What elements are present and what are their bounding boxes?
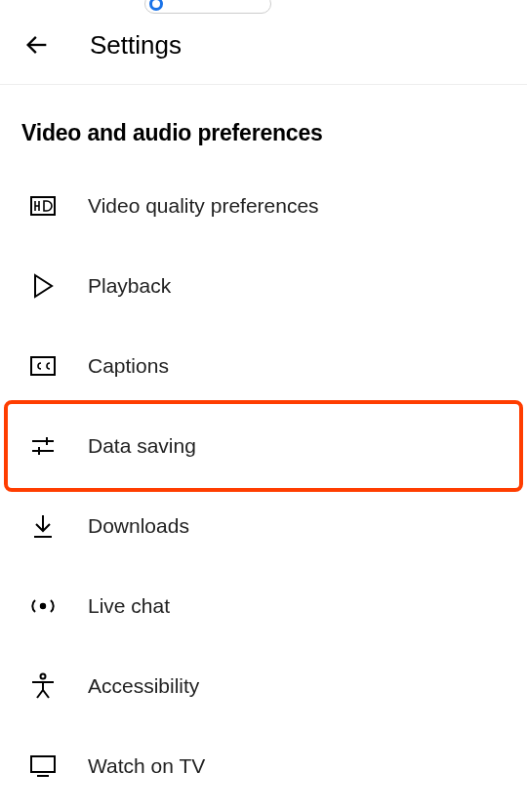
svg-line-14 (37, 690, 43, 698)
section-heading: Video and audio preferences (0, 85, 527, 166)
svg-rect-16 (31, 756, 55, 772)
menu-label: Data saving (88, 434, 196, 458)
menu-item-watch-on-tv[interactable]: Watch on TV (0, 726, 527, 806)
accessibility-icon (29, 672, 57, 700)
menu-item-live-chat[interactable]: Live chat (0, 566, 527, 646)
sliders-icon (29, 432, 57, 460)
arrow-left-icon (23, 31, 51, 59)
svg-point-10 (41, 604, 45, 608)
tv-icon (29, 752, 57, 780)
play-icon (29, 272, 57, 300)
svg-rect-3 (31, 357, 55, 375)
broadcast-icon (29, 592, 57, 620)
download-icon (29, 512, 57, 540)
menu-label: Video quality preferences (88, 194, 319, 218)
menu-item-accessibility[interactable]: Accessibility (0, 646, 527, 726)
svg-marker-2 (35, 275, 52, 297)
notification-dot-icon (149, 0, 163, 11)
settings-menu: Video quality preferences Playback Capti… (0, 166, 527, 806)
menu-item-data-saving[interactable]: Data saving (0, 406, 527, 486)
hd-icon (29, 192, 57, 220)
svg-point-11 (41, 674, 46, 679)
menu-label: Accessibility (88, 674, 199, 698)
menu-label: Watch on TV (88, 754, 205, 778)
menu-item-playback[interactable]: Playback (0, 246, 527, 326)
statusbar-pill (144, 0, 271, 14)
menu-item-downloads[interactable]: Downloads (0, 486, 527, 566)
back-button[interactable] (21, 29, 53, 61)
menu-label: Captions (88, 354, 169, 378)
menu-label: Live chat (88, 594, 170, 618)
statusbar (0, 0, 527, 12)
menu-item-captions[interactable]: Captions (0, 326, 527, 406)
menu-item-video-quality[interactable]: Video quality preferences (0, 166, 527, 246)
page-title: Settings (90, 30, 182, 61)
cc-icon (29, 352, 57, 380)
svg-line-15 (43, 690, 49, 698)
header: Settings (0, 12, 527, 85)
highlight-box (4, 400, 523, 492)
menu-label: Downloads (88, 514, 189, 538)
menu-label: Playback (88, 274, 171, 298)
